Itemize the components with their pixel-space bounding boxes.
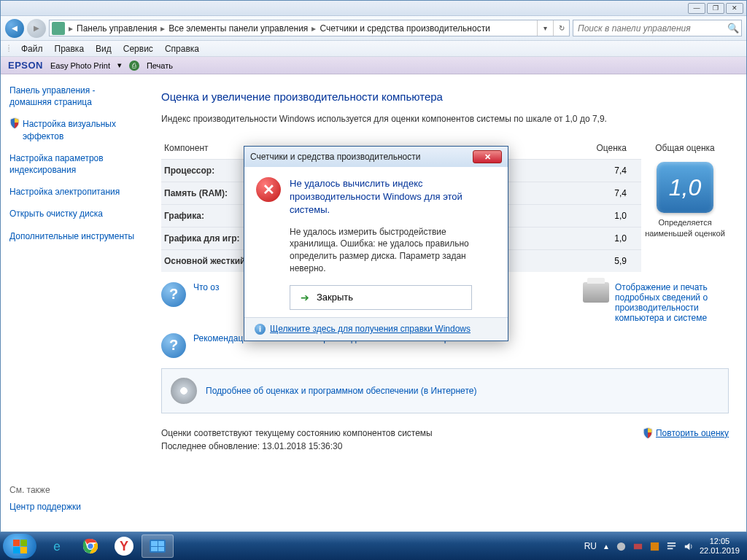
tray-icon[interactable] (632, 541, 643, 552)
taskbar-ie[interactable]: ｅ (41, 534, 73, 558)
footnote-line1: Оценки соответствуют текущему состоянию … (161, 427, 433, 440)
search-icon[interactable]: 🔍 (725, 23, 741, 34)
component-score: 7,4 (498, 182, 641, 204)
windows-logo-icon (13, 540, 27, 553)
dialog-title: Счетчики и средства производительности (250, 152, 420, 162)
sidebar-power[interactable]: Настройка электропитания (9, 186, 139, 198)
forward-button[interactable]: ► (27, 19, 46, 38)
close-label: Закрыть (317, 292, 353, 303)
print-icon: ⎙ (129, 61, 139, 71)
menubar: ⦙ Файл Правка Вид Сервис Справка (1, 41, 746, 57)
breadcrumb[interactable]: Все элементы панели управления (166, 23, 310, 34)
dialog-help-link[interactable]: Щелкните здесь для получения справки Win… (270, 324, 471, 334)
question-icon: ? (161, 282, 186, 307)
footnote: Оценки соответствуют текущему состоянию … (161, 427, 729, 453)
epson-app-label[interactable]: Easy Photo Print (50, 61, 110, 70)
epson-logo: EPSON (8, 60, 43, 71)
overall-score-label: Определяется наименьшей оценкой (644, 217, 726, 238)
svg-rect-4 (634, 543, 642, 549)
dialog-message: Не удалось измерить быстродействие храни… (290, 226, 496, 275)
chevron-right-icon: ▸ (159, 23, 166, 34)
sidebar-home[interactable]: Панель управления - домашняя страница (9, 85, 139, 108)
back-button[interactable]: ◄ (5, 19, 24, 38)
overall-score-badge: 1,0 (657, 162, 713, 213)
component-score: 5,9 (498, 249, 641, 272)
minimize-button[interactable]: — (688, 3, 705, 14)
menu-service[interactable]: Сервис (123, 44, 153, 54)
refresh-button[interactable]: ↻ (553, 20, 569, 36)
overall-cell: 1,0 Определяется наименьшей оценкой (641, 159, 729, 272)
dialog-heading: Не удалось вычислить индекс производител… (290, 177, 496, 217)
svg-point-3 (617, 542, 625, 550)
dialog-close-action[interactable]: ➔ Закрыть (290, 285, 472, 310)
component-score: 1,0 (498, 204, 641, 227)
dialog-text: Не удалось вычислить индекс производител… (290, 177, 496, 310)
tray-icon[interactable] (649, 541, 660, 552)
sidebar-tools[interactable]: Дополнительные инструменты (9, 230, 139, 242)
sidebar-item-label: Настройка визуальных эффектов (23, 119, 116, 141)
info-box: Подробнее об оценках и программном обесп… (161, 368, 729, 413)
footnote-line2: Последнее обновление: 13.01.2018 15:36:3… (161, 440, 433, 453)
component-score: 7,4 (498, 159, 641, 182)
sidebar-disk-cleanup[interactable]: Открыть очистку диска (9, 208, 139, 219)
chrome-icon (82, 538, 98, 554)
language-indicator[interactable]: RU (584, 541, 597, 551)
cd-icon (171, 378, 197, 404)
question-icon: ? (161, 333, 186, 358)
printer-icon (583, 282, 609, 303)
address-bar[interactable]: ▸ Панель управления ▸ Все элементы панел… (49, 20, 570, 36)
start-button[interactable] (3, 534, 36, 559)
control-panel-icon (52, 22, 65, 35)
dialog-titlebar[interactable]: Счетчики и средства производительности ✕ (244, 147, 508, 167)
link-what-is[interactable]: Что оз (193, 282, 219, 292)
dialog-close-button[interactable]: ✕ (473, 150, 502, 163)
titlebar: — ❐ ✕ (1, 1, 746, 16)
action-center-icon[interactable] (666, 541, 677, 552)
taskbar-pinned: ｅ Y (41, 534, 174, 558)
error-icon: ✕ (256, 177, 281, 202)
dropdown-button[interactable]: ▾ (537, 20, 553, 36)
col-score: Оценка (498, 139, 641, 160)
svg-rect-5 (651, 542, 659, 550)
breadcrumb[interactable]: Счетчики и средства производительности (317, 23, 492, 34)
clock-date: 22.01.2019 (700, 546, 740, 556)
info-icon: i (255, 324, 266, 335)
close-button[interactable]: ✕ (726, 3, 743, 14)
taskbar-control-panel[interactable] (142, 534, 174, 558)
page-title: Оценка и увеличение производительности к… (161, 90, 729, 103)
panel-icon (150, 540, 166, 553)
sidebar: Панель управления - домашняя страница На… (1, 74, 148, 532)
dialog-body: ✕ Не удалось вычислить индекс производит… (244, 167, 508, 317)
menu-file[interactable]: Файл (21, 44, 43, 54)
sidebar-footer: См. также Центр поддержки (9, 485, 81, 523)
volume-icon[interactable] (683, 541, 694, 552)
tray-icon[interactable] (616, 541, 627, 552)
taskbar-yandex[interactable]: Y (115, 537, 133, 556)
print-button[interactable]: Печать (147, 61, 173, 70)
repeat-assessment-link[interactable]: Повторить оценку (643, 427, 729, 440)
search-box[interactable]: 🔍 (573, 20, 742, 36)
dialog-footer: i Щелкните здесь для получения справки W… (244, 317, 508, 341)
sidebar-indexing[interactable]: Настройка параметров индексирования (9, 152, 139, 176)
tray-up-icon[interactable]: ▲ (603, 542, 610, 551)
maximize-button[interactable]: ❐ (707, 3, 724, 14)
taskbar-chrome[interactable] (74, 534, 107, 558)
link-print-details[interactable]: Отображение и печать подробных сведений … (615, 282, 729, 323)
search-input[interactable] (573, 23, 725, 34)
arrow-icon: ➔ (301, 292, 309, 303)
dropdown-icon[interactable]: ▾ (117, 61, 122, 70)
error-dialog: Счетчики и средства производительности ✕… (244, 146, 508, 341)
menu-help[interactable]: Справка (165, 44, 199, 54)
menu-edit[interactable]: Правка (55, 44, 85, 54)
col-overall: Общая оценка (641, 139, 729, 160)
page-description: Индекс производительности Windows исполь… (161, 113, 729, 125)
sidebar-support[interactable]: Центр поддержки (9, 501, 81, 513)
menu-view[interactable]: Вид (96, 44, 112, 54)
breadcrumb[interactable]: Панель управления (74, 23, 159, 34)
repeat-label: Повторить оценку (656, 427, 729, 440)
sidebar-visual-effects[interactable]: Настройка визуальных эффектов (9, 118, 139, 141)
shield-icon (9, 118, 20, 128)
navbar: ◄ ► ▸ Панель управления ▸ Все элементы п… (1, 16, 746, 41)
clock[interactable]: 12:05 22.01.2019 (700, 537, 740, 556)
link-learn-more[interactable]: Подробнее об оценках и программном обесп… (206, 386, 476, 396)
